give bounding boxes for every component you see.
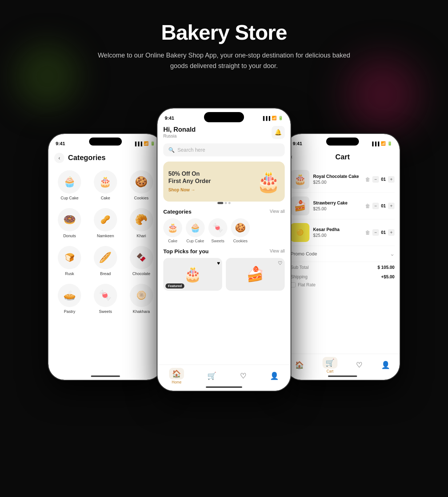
delete-icon-1[interactable]: 🗑 bbox=[365, 176, 370, 182]
cat-label-cupcake: Cup Cake bbox=[61, 196, 79, 200]
cat-chip-cupcake-icon: 🧁 bbox=[186, 218, 205, 237]
featured-badge: Featured bbox=[165, 283, 184, 289]
qty-plus-1[interactable]: + bbox=[388, 176, 395, 183]
rusk-icon: 🍞 bbox=[58, 246, 81, 269]
promo-chevron-icon: ⌄ bbox=[390, 250, 395, 257]
status-time-left: 9:41 bbox=[56, 141, 65, 146]
cart-item-2-image: 🍰 bbox=[291, 196, 309, 215]
hi-name: Hi, Ronald bbox=[163, 126, 196, 134]
nav-favorites[interactable]: ♡ bbox=[240, 371, 247, 380]
cart-item-1-controls: 🗑 − 01 + bbox=[364, 176, 395, 183]
cat-chip-cookies[interactable]: 🍪 Cookies bbox=[231, 218, 250, 243]
qty-plus-3[interactable]: + bbox=[388, 229, 395, 236]
notification-button[interactable]: 🔔 bbox=[272, 126, 285, 139]
nav-profile[interactable]: 👤 bbox=[270, 371, 279, 380]
banner-area: 50% Off On First Any Order Shop Now → 🎂 bbox=[163, 162, 285, 203]
phone-left-screen: 9:41 ▐▐▐ 📶 🔋 ‹ Categories 🧁 Cup Cake bbox=[48, 134, 163, 380]
cat-chip-cupcake[interactable]: 🧁 Cup Cake bbox=[186, 218, 205, 243]
profile-nav-icon-right: 👤 bbox=[381, 361, 390, 369]
top-picks-section-header: Top Picks for you View all bbox=[163, 248, 285, 254]
subtotal-value: $ 105.00 bbox=[377, 265, 395, 270]
phone-right: 9:41 ▐▐▐ 📶 🔋 ‹ Cart 🎂 Royal Chocola bbox=[285, 133, 400, 381]
categories-grid: 🧁 Cup Cake 🎂 Cake 🍪 Cookies 🍩 Donuts bbox=[48, 167, 163, 317]
back-button[interactable]: ‹ bbox=[54, 153, 64, 163]
categories-view-all[interactable]: View all bbox=[270, 209, 285, 214]
cart-item-2-controls: 🗑 − 01 + bbox=[364, 203, 395, 209]
home-indicator-left bbox=[91, 375, 120, 377]
cart-nav-icon-right: 🛒 bbox=[323, 357, 337, 369]
shipping-value: +$5.00 bbox=[381, 274, 395, 279]
search-bar[interactable]: 🔍 Search here bbox=[163, 143, 285, 156]
pick-card-1[interactable]: 🎂 Featured ♥ bbox=[163, 258, 222, 291]
cat-chip-cake[interactable]: 🎂 Cake bbox=[163, 218, 182, 243]
cake-icon: 🎂 bbox=[94, 170, 117, 194]
qty-num-2: 01 bbox=[381, 203, 386, 208]
home-nav-icon-right: 🏠 bbox=[295, 361, 304, 369]
list-item[interactable]: 🥐 Khari bbox=[124, 205, 158, 241]
list-item[interactable]: 🧁 Cup Cake bbox=[53, 167, 87, 203]
dynamic-island-center bbox=[204, 112, 244, 122]
cat-label-pastry: Pastry bbox=[64, 309, 75, 314]
heart-icon-1[interactable]: ♥ bbox=[217, 260, 220, 266]
status-time-center: 9:41 bbox=[165, 115, 174, 121]
phone-center: 9:41 ▐▐▐ 📶 🔋 Hi, Ronald Russia 🔔 bbox=[157, 108, 291, 391]
list-item[interactable]: 🥜 Namkeen bbox=[89, 205, 123, 241]
cart-item-1-info: Royal Chocolate Cake $25.00 bbox=[313, 174, 360, 185]
chocolate-icon: 🍫 bbox=[130, 246, 153, 269]
nav-cart[interactable]: 🛒 bbox=[207, 371, 216, 380]
cart-item-3-info: Kesar Pedha $25.00 bbox=[313, 227, 360, 238]
list-item[interactable]: 🍩 Donuts bbox=[53, 205, 87, 241]
promo-row[interactable]: Promo Code ⌄ bbox=[291, 246, 395, 262]
list-item[interactable]: 🍫 Chocolate bbox=[124, 243, 158, 279]
pick-card-1-image: 🎂 Featured ♥ bbox=[163, 258, 222, 291]
nav-home-label: Home bbox=[172, 380, 181, 384]
banner-cake-image: 🎂 bbox=[256, 170, 281, 193]
categories-row: 🎂 Cake 🧁 Cup Cake 🍬 Sweets 🍪 Cookies bbox=[163, 218, 285, 243]
qty-minus-1[interactable]: − bbox=[372, 176, 379, 183]
main-title: Bakery Store bbox=[0, 20, 448, 44]
shop-now-link[interactable]: Shop Now → bbox=[168, 187, 211, 192]
dot-2 bbox=[225, 202, 227, 204]
top-picks-view-all[interactable]: View all bbox=[270, 249, 285, 254]
qty-minus-3[interactable]: − bbox=[372, 229, 379, 236]
banner-line1: 50% Off On bbox=[168, 170, 211, 177]
list-item[interactable]: 🍞 Rusk bbox=[53, 243, 87, 279]
status-icons-center: ▐▐▐ 📶 🔋 bbox=[262, 116, 283, 120]
list-item[interactable]: 🎂 Cake bbox=[89, 167, 123, 203]
search-placeholder: Search here bbox=[177, 147, 205, 153]
flat-rate-checkbox[interactable] bbox=[291, 282, 296, 287]
cat-chip-sweets[interactable]: 🍬 Sweets bbox=[208, 218, 227, 243]
list-item[interactable]: 🍪 Cookies bbox=[124, 167, 158, 203]
shipping-row: Shipping +$5.00 bbox=[291, 271, 395, 281]
cart-item-1-price: $25.00 bbox=[313, 180, 360, 185]
bread-icon: 🥖 bbox=[94, 246, 117, 269]
qty-plus-2[interactable]: + bbox=[388, 203, 395, 209]
nav-right-profile[interactable]: 👤 bbox=[381, 361, 390, 369]
heart-icon-2[interactable]: ♡ bbox=[278, 260, 283, 266]
banner-card-main[interactable]: 50% Off On First Any Order Shop Now → 🎂 bbox=[163, 162, 285, 202]
wifi-icon-left: 📶 bbox=[144, 141, 149, 146]
battery-icon-left: 🔋 bbox=[150, 141, 155, 146]
dot-3 bbox=[228, 202, 231, 204]
list-item[interactable]: 🫓 Khakhara bbox=[124, 281, 158, 317]
nav-right-cart[interactable]: 🛒 Cart bbox=[323, 357, 337, 373]
delete-icon-3[interactable]: 🗑 bbox=[365, 230, 370, 235]
list-item[interactable]: 🍬 Sweets bbox=[89, 281, 123, 317]
dot-1 bbox=[217, 202, 223, 204]
nav-right-favorites[interactable]: ♡ bbox=[356, 361, 363, 369]
list-item[interactable]: 🥖 Bread bbox=[89, 243, 123, 279]
cat-label-namkeen: Namkeen bbox=[97, 234, 114, 238]
pick-card-2[interactable]: 🍰 ♡ bbox=[226, 258, 285, 291]
dynamic-island-right bbox=[326, 138, 359, 146]
cat-label-cookies: Cookies bbox=[134, 196, 149, 200]
flat-rate-row: Flat Rate bbox=[291, 281, 395, 289]
picks-row: 🎂 Featured ♥ 🍰 ♡ bbox=[163, 258, 285, 291]
nav-home[interactable]: 🏠 Home bbox=[169, 368, 184, 384]
list-item[interactable]: 🥧 Pastry bbox=[53, 281, 87, 317]
cart-item-3: 🟡 Kesar Pedha $25.00 🗑 − 01 + bbox=[291, 219, 395, 246]
delete-icon-2[interactable]: 🗑 bbox=[365, 203, 370, 209]
nav-right-home[interactable]: 🏠 bbox=[295, 361, 304, 369]
profile-nav-icon: 👤 bbox=[270, 371, 279, 380]
qty-minus-2[interactable]: − bbox=[372, 203, 379, 209]
donuts-icon: 🍩 bbox=[58, 208, 81, 231]
